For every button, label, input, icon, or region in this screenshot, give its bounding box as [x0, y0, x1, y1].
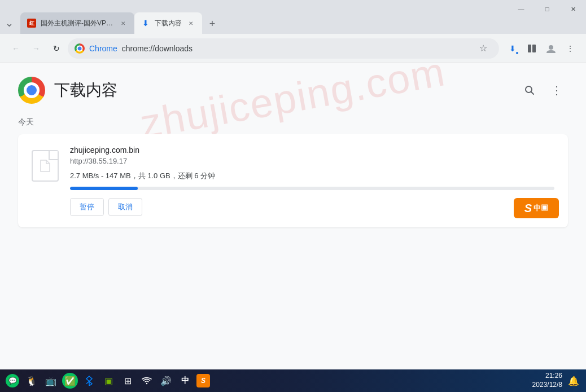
download-filename: zhujiceping.com.bin [70, 146, 554, 155]
svg-rect-0 [528, 45, 531, 52]
window-controls: — □ ✕ [508, 0, 586, 18]
page-title: 下载内容 [54, 80, 117, 101]
tab-favicon-1: 红 [27, 19, 36, 28]
network-taskbar-icon[interactable]: ⊞ [120, 373, 135, 389]
svg-rect-1 [532, 45, 536, 52]
sogou-tray-icon[interactable]: S [196, 374, 210, 387]
tv-taskbar-icon[interactable]: 📺 [43, 373, 59, 389]
download-url: http://38.55.19.17 [70, 157, 554, 165]
svg-point-2 [549, 45, 553, 50]
progress-bar-fill [70, 187, 138, 190]
clock-area[interactable]: 21:26 2023/12/8 [532, 372, 562, 389]
download-status: 2.7 MB/s - 147 MB，共 1.0 GB，还剩 6 分钟 [70, 171, 554, 181]
pause-button[interactable]: 暂停 [70, 198, 104, 216]
tab-close-1[interactable]: ✕ [119, 19, 128, 28]
section-today: 今天 [18, 117, 568, 127]
split-screen-button[interactable] [523, 39, 541, 58]
page-header-left: 下载内容 [18, 77, 117, 104]
download-actions: 暂停 取消 [70, 198, 554, 216]
clock-date: 2023/12/8 [532, 381, 562, 390]
download-progress-dot [515, 51, 519, 55]
toolbar-right: ⬇ ⋮ [504, 39, 579, 58]
bookmark-icon[interactable]: ☆ [474, 39, 492, 58]
search-icon-btn[interactable] [518, 79, 541, 102]
wechat-icon: 💬 [6, 374, 19, 387]
chrome-logo-icon [75, 43, 85, 54]
wifi-taskbar-icon[interactable] [139, 373, 155, 389]
taskbar: 💬 🐧 📺 ✅ ▣ ⊞ 🔊 中 S 21:26 2023/12/8 🔔 [0, 369, 586, 392]
new-tab-button[interactable]: + [204, 16, 220, 32]
sogou-ime-badge: S 中▣ [514, 198, 559, 218]
page-content: zhujiceping.com 下载内容 ⋮ 今天 zhuj [0, 63, 586, 369]
wechat-taskbar-icon[interactable]: 💬 [5, 373, 20, 389]
ime-zh-icon[interactable]: 中 [177, 373, 193, 389]
address-bar[interactable]: Chrome chrome://downloads ☆ [68, 38, 499, 59]
bluetooth-taskbar-icon[interactable] [81, 373, 97, 389]
title-bar: ⌄ 红 国外主机测评-国外VPS，国... ✕ ⬇ 下载内容 ✕ + — □ ✕ [0, 0, 586, 34]
progress-bar-container [70, 187, 554, 190]
download-card: zhujiceping.com.bin http://38.55.19.17 2… [18, 134, 568, 227]
file-icon [32, 150, 59, 182]
tab-inactive-1[interactable]: 红 国外主机测评-国外VPS，国... ✕ [20, 12, 134, 34]
reload-button[interactable]: ↻ [47, 39, 65, 58]
address-brand: Chrome [89, 44, 117, 53]
menu-button[interactable]: ⋮ [561, 39, 579, 58]
back-button[interactable]: ← [7, 39, 25, 58]
maximize-button[interactable]: □ [534, 0, 560, 18]
tab-active[interactable]: ⬇ 下载内容 ✕ [134, 12, 202, 34]
tab-title-active: 下载内容 [155, 19, 182, 28]
page-header: 下载内容 ⋮ [18, 77, 568, 104]
chrome-logo-large [18, 77, 45, 104]
svg-line-4 [531, 92, 534, 95]
download-info: zhujiceping.com.bin http://38.55.19.17 2… [70, 146, 554, 216]
check-taskbar-icon[interactable]: ✅ [62, 373, 78, 389]
download-button[interactable]: ⬇ [504, 39, 522, 58]
omnibox-bar: ← → ↻ Chrome chrome://downloads ☆ ⬇ ⋮ [0, 34, 586, 63]
address-url: chrome://downloads [122, 44, 470, 53]
profile-button[interactable] [542, 39, 560, 58]
forward-button[interactable]: → [27, 39, 45, 58]
gpu-taskbar-icon[interactable]: ▣ [100, 373, 116, 389]
tab-favicon-dl: ⬇ [141, 19, 150, 28]
close-button[interactable]: ✕ [560, 0, 586, 18]
qq-taskbar-icon[interactable]: 🐧 [24, 373, 40, 389]
sogou-s-icon: S [524, 202, 532, 215]
page-header-right: ⋮ [518, 79, 568, 102]
tab-title-1: 国外主机测评-国外VPS，国... [41, 19, 114, 28]
sogou-label: 中▣ [533, 203, 548, 213]
tab-close-active[interactable]: ✕ [186, 19, 195, 28]
minimize-button[interactable]: — [508, 0, 534, 18]
cancel-button[interactable]: 取消 [108, 198, 142, 216]
more-options-btn[interactable]: ⋮ [545, 79, 568, 102]
notification-button[interactable]: 🔔 [566, 373, 581, 389]
clock-time: 21:26 [545, 372, 562, 381]
volume-taskbar-icon[interactable]: 🔊 [158, 373, 174, 389]
